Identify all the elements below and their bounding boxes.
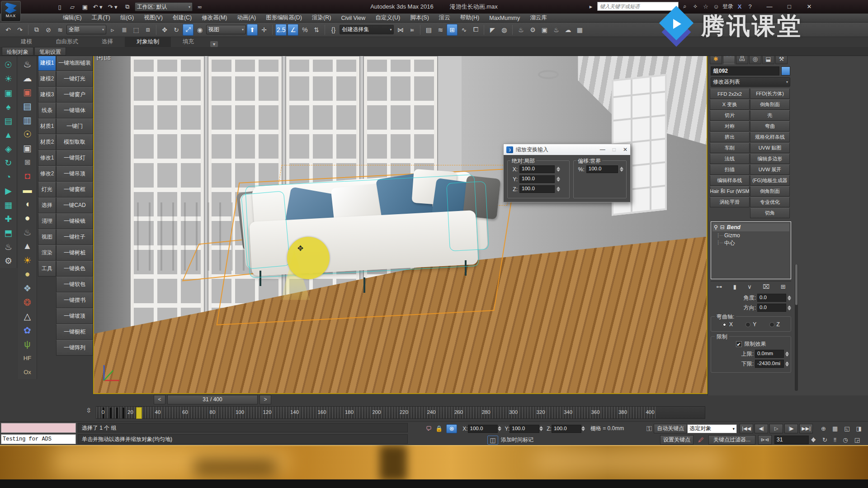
select-manipulate-icon[interactable]: ✛ xyxy=(259,24,269,36)
teapot-icon[interactable]: ♨ xyxy=(20,57,35,71)
stack-subobject-Gizmo[interactable]: Gizmo xyxy=(712,231,789,239)
camera-red-icon[interactable]: ◘ xyxy=(20,169,35,183)
onekey-cat-建模3[interactable]: 建模3 xyxy=(38,87,56,103)
modifier-button-X 变换[interactable]: X 变换 xyxy=(710,99,750,110)
monitor-icon[interactable]: ⬒ xyxy=(2,226,15,240)
next-frame-arrow[interactable]: > xyxy=(259,395,271,404)
angle-snap-icon[interactable]: ∠ xyxy=(288,24,298,36)
status-x-spinner[interactable] xyxy=(498,426,501,431)
onekey-action-一键吊顶[interactable]: 一键吊顶 xyxy=(56,166,93,182)
grass-icon[interactable]: ψ xyxy=(20,337,35,351)
auto-key-button[interactable]: 自动关键点 xyxy=(654,424,687,433)
scale-percent-spinner[interactable] xyxy=(620,167,623,172)
menu-自定义(U)[interactable]: 自定义(U) xyxy=(370,14,405,22)
window-crossing-icon[interactable]: ⧈ xyxy=(142,24,153,36)
mirror-icon[interactable]: ⋈ xyxy=(395,24,406,36)
menu-脚本(S)[interactable]: 脚本(S) xyxy=(405,14,434,22)
render-cloud-icon[interactable]: ☁ xyxy=(562,24,573,36)
key-mode-toggle[interactable]: ⊳⊲ xyxy=(758,435,772,445)
gold-sphere-icon[interactable]: ● xyxy=(20,267,35,281)
menu-图形编辑器(D)[interactable]: 图形编辑器(D) xyxy=(261,14,307,22)
modifier-button-扫描[interactable]: 扫描 xyxy=(710,164,750,175)
bend-axis-radio-X[interactable]: X xyxy=(722,321,733,328)
use-pivot-center-icon[interactable]: ⬆ xyxy=(247,24,258,36)
stack-item-bend[interactable]: ⚲ ⊟ Bend xyxy=(712,223,789,231)
modifier-button-倒角剖面[interactable]: 倒角剖面 xyxy=(750,186,790,197)
modifier-button-Hair 和 Fur (WSM[interactable]: Hair 和 Fur (WSM xyxy=(710,186,750,197)
modifier-button-法线[interactable]: 法线 xyxy=(710,154,750,164)
panel-scrollbar[interactable] xyxy=(795,264,798,391)
dome-light-icon[interactable]: ◖ xyxy=(20,197,35,211)
tree-box-icon[interactable]: ◈ xyxy=(2,142,15,156)
show-end-result-icon[interactable]: ▮ xyxy=(733,283,736,290)
go-start-button[interactable]: |◀◀ xyxy=(740,424,753,433)
key-filters-button[interactable]: 关键点过滤器... xyxy=(708,435,755,445)
onekey-cat-线条[interactable]: 线条 xyxy=(38,103,56,118)
align-icon[interactable]: ⫢ xyxy=(406,24,417,36)
named-selection-sets-icon[interactable]: {} xyxy=(328,24,339,36)
pin-stack-icon[interactable]: ⊶ xyxy=(716,283,722,290)
rect-region-icon[interactable]: ⬚ xyxy=(131,24,142,36)
bind-spacewarp-icon[interactable]: ≋ xyxy=(55,24,66,36)
search-input[interactable]: 键入关键字或短语 xyxy=(597,2,679,11)
modifier-button-弯曲[interactable]: 弯曲 xyxy=(750,121,790,131)
rendered-frame-icon[interactable]: ▣ xyxy=(539,24,550,36)
camera-light-icon[interactable]: ▣ xyxy=(20,141,35,155)
polygon-counter-icon[interactable]: ◤ xyxy=(487,24,498,36)
molecule-icon[interactable]: ❂ xyxy=(20,295,35,309)
modifier-list-dropdown[interactable]: 修改器列表▾ xyxy=(711,77,790,87)
scale-percent-field[interactable]: 100.0 xyxy=(586,165,618,173)
orbit-icon[interactable]: ↻ xyxy=(822,436,827,443)
trees-icon[interactable]: ♠ xyxy=(2,100,15,114)
footsteps-icon[interactable]: ‼ xyxy=(834,436,837,443)
light-icon[interactable]: ☉ xyxy=(2,58,15,72)
fov-icon[interactable]: ◨ xyxy=(856,425,862,432)
refresh-icon[interactable]: ↻ xyxy=(2,156,15,170)
limit-effect-checkbox[interactable]: ✔ xyxy=(736,341,742,347)
modifier-button-FFD(长方体)[interactable]: FFD(长方体) xyxy=(750,89,790,99)
onekey-cat-材质1[interactable]: 材质1 xyxy=(38,118,56,134)
selection-lock-icon[interactable]: 🔒 xyxy=(435,425,443,432)
settings-panel-icon[interactable]: ▤ xyxy=(20,99,35,113)
clock-icon[interactable]: ◷ xyxy=(843,436,848,443)
sliders-panel-icon[interactable]: ▥ xyxy=(20,113,35,127)
select-by-name-icon[interactable]: ≣ xyxy=(119,24,130,36)
status-z-spinner[interactable] xyxy=(581,426,585,431)
onekey-action-一键地面铺装[interactable]: 一键地面铺装 xyxy=(56,55,93,71)
ribbon-tab-填充[interactable]: 填充 xyxy=(171,37,206,47)
frame-counter[interactable]: 31 / 400 xyxy=(167,395,258,404)
modifier-button-UVW 展开[interactable]: UVW 展开 xyxy=(750,164,790,175)
pan-icon[interactable]: ✥ xyxy=(811,436,816,443)
key-selection-dropdown[interactable]: 选定对象▾ xyxy=(687,424,737,433)
onekey-cat-工具[interactable]: 工具 xyxy=(38,261,56,277)
current-frame-field[interactable]: 31 xyxy=(774,436,809,444)
modifier-button-车削[interactable]: 车削 xyxy=(710,143,750,153)
visibility-bulb-icon[interactable]: ⚲ xyxy=(714,224,718,230)
onekey-action-一键橱柜[interactable]: 一键橱柜 xyxy=(56,324,93,340)
object-color-swatch[interactable] xyxy=(781,66,790,75)
redo-icon[interactable]: ↷ xyxy=(14,24,25,36)
onekey-cat-视图[interactable]: 视图 xyxy=(38,229,56,245)
menu-MaxMummy[interactable]: MaxMummy xyxy=(484,14,525,22)
render-globe-icon[interactable]: ◍ xyxy=(499,24,509,36)
bend-angle-field[interactable]: 0.0 xyxy=(757,294,786,302)
status-z-field[interactable]: 100.0 xyxy=(552,425,581,433)
object-name-field[interactable]: 组092 xyxy=(711,66,779,75)
onekey-action-一键灯光[interactable]: 一键灯光 xyxy=(56,71,93,87)
maximize-button[interactable]: □ xyxy=(779,0,799,13)
render-image-icon[interactable]: ▦ xyxy=(574,24,585,36)
onekey-cat-建模2[interactable]: 建模2 xyxy=(38,71,56,87)
undo-icon[interactable]: ↶ xyxy=(3,24,14,36)
onekey-action-一键软包[interactable]: 一键软包 xyxy=(56,277,93,292)
zoom-all-icon[interactable]: ▦ xyxy=(832,425,838,432)
scale-z-field[interactable]: 100.0 xyxy=(519,185,555,193)
cloud-icon[interactable]: ☁ xyxy=(20,71,35,85)
mountain-icon[interactable]: ▲ xyxy=(2,128,15,142)
time-slider-ruler[interactable]: 0204060801001201401601802002202402602803… xyxy=(96,406,705,419)
area-light-icon[interactable]: ▬ xyxy=(20,183,35,197)
zoom-icon[interactable]: ⊕ xyxy=(821,425,826,432)
teapot-outline-icon[interactable]: ♨ xyxy=(2,240,15,254)
dialog-title-bar[interactable]: ϶ 缩放变换输入 — □ ✕ xyxy=(504,144,630,155)
login-label[interactable]: 登录 xyxy=(722,3,733,10)
scale-y-spinner[interactable] xyxy=(557,177,560,182)
